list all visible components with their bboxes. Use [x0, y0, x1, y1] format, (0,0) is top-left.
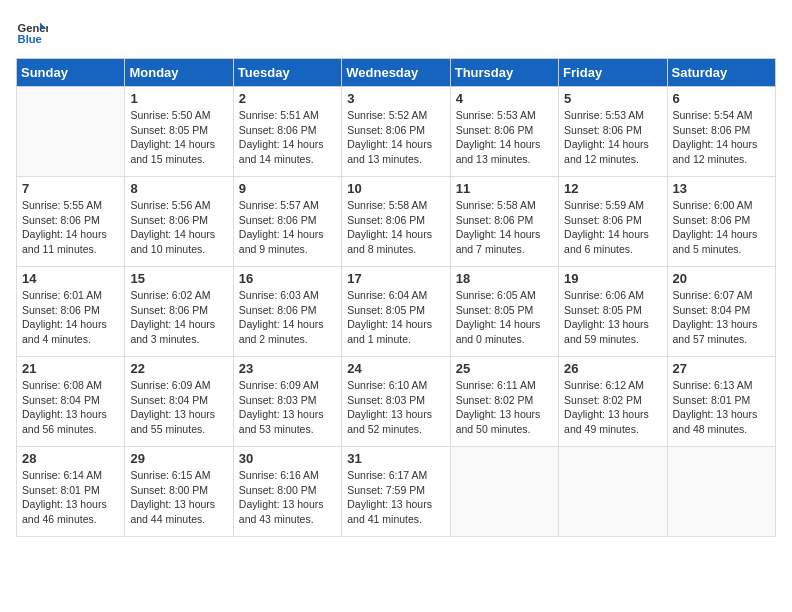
weekday-header: Wednesday: [342, 59, 450, 87]
calendar-day-cell: [17, 87, 125, 177]
day-number: 31: [347, 451, 444, 466]
day-number: 11: [456, 181, 553, 196]
day-number: 29: [130, 451, 227, 466]
day-number: 7: [22, 181, 119, 196]
calendar-day-cell: 10Sunrise: 5:58 AM Sunset: 8:06 PM Dayli…: [342, 177, 450, 267]
calendar-table: SundayMondayTuesdayWednesdayThursdayFrid…: [16, 58, 776, 537]
day-info: Sunrise: 5:58 AM Sunset: 8:06 PM Dayligh…: [347, 198, 444, 257]
day-info: Sunrise: 5:54 AM Sunset: 8:06 PM Dayligh…: [673, 108, 770, 167]
calendar-day-cell: 20Sunrise: 6:07 AM Sunset: 8:04 PM Dayli…: [667, 267, 775, 357]
day-info: Sunrise: 6:14 AM Sunset: 8:01 PM Dayligh…: [22, 468, 119, 527]
calendar-day-cell: 13Sunrise: 6:00 AM Sunset: 8:06 PM Dayli…: [667, 177, 775, 267]
day-number: 5: [564, 91, 661, 106]
day-number: 12: [564, 181, 661, 196]
calendar-day-cell: 6Sunrise: 5:54 AM Sunset: 8:06 PM Daylig…: [667, 87, 775, 177]
day-info: Sunrise: 6:07 AM Sunset: 8:04 PM Dayligh…: [673, 288, 770, 347]
day-number: 23: [239, 361, 336, 376]
day-number: 13: [673, 181, 770, 196]
day-info: Sunrise: 5:59 AM Sunset: 8:06 PM Dayligh…: [564, 198, 661, 257]
weekday-header: Monday: [125, 59, 233, 87]
day-info: Sunrise: 6:06 AM Sunset: 8:05 PM Dayligh…: [564, 288, 661, 347]
day-info: Sunrise: 6:00 AM Sunset: 8:06 PM Dayligh…: [673, 198, 770, 257]
calendar-day-cell: 23Sunrise: 6:09 AM Sunset: 8:03 PM Dayli…: [233, 357, 341, 447]
day-number: 24: [347, 361, 444, 376]
day-number: 26: [564, 361, 661, 376]
calendar-day-cell: 22Sunrise: 6:09 AM Sunset: 8:04 PM Dayli…: [125, 357, 233, 447]
calendar-day-cell: 24Sunrise: 6:10 AM Sunset: 8:03 PM Dayli…: [342, 357, 450, 447]
day-info: Sunrise: 6:01 AM Sunset: 8:06 PM Dayligh…: [22, 288, 119, 347]
calendar-day-cell: 25Sunrise: 6:11 AM Sunset: 8:02 PM Dayli…: [450, 357, 558, 447]
calendar-day-cell: 31Sunrise: 6:17 AM Sunset: 7:59 PM Dayli…: [342, 447, 450, 537]
calendar-day-cell: 26Sunrise: 6:12 AM Sunset: 8:02 PM Dayli…: [559, 357, 667, 447]
day-number: 28: [22, 451, 119, 466]
day-info: Sunrise: 5:51 AM Sunset: 8:06 PM Dayligh…: [239, 108, 336, 167]
day-info: Sunrise: 5:52 AM Sunset: 8:06 PM Dayligh…: [347, 108, 444, 167]
calendar-day-cell: 28Sunrise: 6:14 AM Sunset: 8:01 PM Dayli…: [17, 447, 125, 537]
day-number: 6: [673, 91, 770, 106]
weekday-header: Friday: [559, 59, 667, 87]
day-info: Sunrise: 6:11 AM Sunset: 8:02 PM Dayligh…: [456, 378, 553, 437]
calendar-day-cell: 29Sunrise: 6:15 AM Sunset: 8:00 PM Dayli…: [125, 447, 233, 537]
day-info: Sunrise: 6:13 AM Sunset: 8:01 PM Dayligh…: [673, 378, 770, 437]
day-info: Sunrise: 5:56 AM Sunset: 8:06 PM Dayligh…: [130, 198, 227, 257]
calendar-week-row: 14Sunrise: 6:01 AM Sunset: 8:06 PM Dayli…: [17, 267, 776, 357]
calendar-day-cell: 2Sunrise: 5:51 AM Sunset: 8:06 PM Daylig…: [233, 87, 341, 177]
day-info: Sunrise: 6:09 AM Sunset: 8:04 PM Dayligh…: [130, 378, 227, 437]
calendar-day-cell: [667, 447, 775, 537]
weekday-header-row: SundayMondayTuesdayWednesdayThursdayFrid…: [17, 59, 776, 87]
logo-icon: General Blue: [16, 16, 48, 48]
day-number: 17: [347, 271, 444, 286]
calendar-day-cell: 17Sunrise: 6:04 AM Sunset: 8:05 PM Dayli…: [342, 267, 450, 357]
calendar-day-cell: 4Sunrise: 5:53 AM Sunset: 8:06 PM Daylig…: [450, 87, 558, 177]
calendar-day-cell: 5Sunrise: 5:53 AM Sunset: 8:06 PM Daylig…: [559, 87, 667, 177]
calendar-day-cell: 9Sunrise: 5:57 AM Sunset: 8:06 PM Daylig…: [233, 177, 341, 267]
day-number: 22: [130, 361, 227, 376]
day-number: 19: [564, 271, 661, 286]
weekday-header: Saturday: [667, 59, 775, 87]
calendar-week-row: 7Sunrise: 5:55 AM Sunset: 8:06 PM Daylig…: [17, 177, 776, 267]
calendar-day-cell: [559, 447, 667, 537]
calendar-day-cell: 30Sunrise: 6:16 AM Sunset: 8:00 PM Dayli…: [233, 447, 341, 537]
calendar-day-cell: 11Sunrise: 5:58 AM Sunset: 8:06 PM Dayli…: [450, 177, 558, 267]
day-number: 8: [130, 181, 227, 196]
day-info: Sunrise: 6:08 AM Sunset: 8:04 PM Dayligh…: [22, 378, 119, 437]
calendar-day-cell: 19Sunrise: 6:06 AM Sunset: 8:05 PM Dayli…: [559, 267, 667, 357]
logo: General Blue: [16, 16, 52, 48]
day-number: 14: [22, 271, 119, 286]
day-number: 18: [456, 271, 553, 286]
weekday-header: Thursday: [450, 59, 558, 87]
calendar-day-cell: 1Sunrise: 5:50 AM Sunset: 8:05 PM Daylig…: [125, 87, 233, 177]
calendar-day-cell: 3Sunrise: 5:52 AM Sunset: 8:06 PM Daylig…: [342, 87, 450, 177]
day-number: 16: [239, 271, 336, 286]
page-header: General Blue: [16, 16, 776, 48]
weekday-header: Tuesday: [233, 59, 341, 87]
calendar-week-row: 21Sunrise: 6:08 AM Sunset: 8:04 PM Dayli…: [17, 357, 776, 447]
day-info: Sunrise: 6:04 AM Sunset: 8:05 PM Dayligh…: [347, 288, 444, 347]
day-info: Sunrise: 6:09 AM Sunset: 8:03 PM Dayligh…: [239, 378, 336, 437]
weekday-header: Sunday: [17, 59, 125, 87]
day-info: Sunrise: 5:50 AM Sunset: 8:05 PM Dayligh…: [130, 108, 227, 167]
calendar-week-row: 1Sunrise: 5:50 AM Sunset: 8:05 PM Daylig…: [17, 87, 776, 177]
day-info: Sunrise: 6:15 AM Sunset: 8:00 PM Dayligh…: [130, 468, 227, 527]
calendar-week-row: 28Sunrise: 6:14 AM Sunset: 8:01 PM Dayli…: [17, 447, 776, 537]
day-info: Sunrise: 5:53 AM Sunset: 8:06 PM Dayligh…: [564, 108, 661, 167]
day-number: 9: [239, 181, 336, 196]
day-info: Sunrise: 6:10 AM Sunset: 8:03 PM Dayligh…: [347, 378, 444, 437]
calendar-day-cell: 12Sunrise: 5:59 AM Sunset: 8:06 PM Dayli…: [559, 177, 667, 267]
day-info: Sunrise: 6:02 AM Sunset: 8:06 PM Dayligh…: [130, 288, 227, 347]
calendar-day-cell: 27Sunrise: 6:13 AM Sunset: 8:01 PM Dayli…: [667, 357, 775, 447]
day-number: 3: [347, 91, 444, 106]
day-number: 10: [347, 181, 444, 196]
day-info: Sunrise: 5:58 AM Sunset: 8:06 PM Dayligh…: [456, 198, 553, 257]
calendar-day-cell: 14Sunrise: 6:01 AM Sunset: 8:06 PM Dayli…: [17, 267, 125, 357]
calendar-day-cell: [450, 447, 558, 537]
calendar-day-cell: 8Sunrise: 5:56 AM Sunset: 8:06 PM Daylig…: [125, 177, 233, 267]
day-number: 2: [239, 91, 336, 106]
day-info: Sunrise: 6:16 AM Sunset: 8:00 PM Dayligh…: [239, 468, 336, 527]
day-number: 1: [130, 91, 227, 106]
calendar-day-cell: 7Sunrise: 5:55 AM Sunset: 8:06 PM Daylig…: [17, 177, 125, 267]
day-info: Sunrise: 5:57 AM Sunset: 8:06 PM Dayligh…: [239, 198, 336, 257]
day-info: Sunrise: 5:53 AM Sunset: 8:06 PM Dayligh…: [456, 108, 553, 167]
svg-text:Blue: Blue: [18, 33, 42, 45]
day-info: Sunrise: 6:05 AM Sunset: 8:05 PM Dayligh…: [456, 288, 553, 347]
